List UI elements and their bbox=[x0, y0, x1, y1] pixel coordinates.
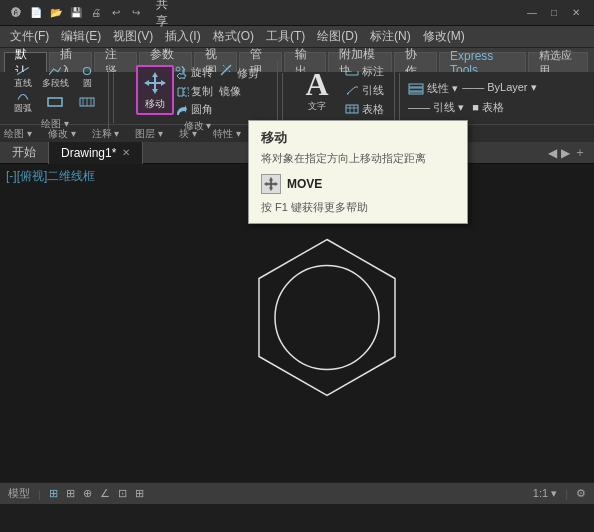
arc-tool[interactable]: 圆弧 bbox=[8, 91, 38, 115]
open-icon[interactable]: 📂 bbox=[48, 5, 64, 21]
mirror-tool[interactable]: 镜像 bbox=[219, 85, 241, 97]
status-separator2: | bbox=[565, 488, 568, 500]
rotate-tool[interactable]: 旋转 bbox=[191, 65, 213, 80]
status-grid[interactable]: ⊞ bbox=[49, 487, 58, 500]
tooltip-description: 将对象在指定方向上移动指定距离 bbox=[261, 151, 455, 166]
svg-rect-21 bbox=[409, 84, 423, 87]
status-ortho[interactable]: ⊕ bbox=[83, 487, 92, 500]
menu-dimension[interactable]: 标注(N) bbox=[364, 26, 417, 47]
tooltip-title: 移动 bbox=[261, 129, 455, 147]
undo-icon[interactable]: ↩ bbox=[108, 5, 124, 21]
svg-point-1 bbox=[83, 67, 90, 74]
svg-rect-23 bbox=[409, 92, 423, 94]
modify-label[interactable]: 修改 ▾ bbox=[184, 117, 212, 133]
print-icon[interactable]: 🖨 bbox=[88, 5, 104, 21]
svg-rect-22 bbox=[409, 88, 423, 91]
lineweight-tool[interactable]: —— 引线 ▾ bbox=[408, 100, 464, 115]
rect-tool[interactable] bbox=[40, 91, 70, 115]
redo-icon[interactable]: ↪ bbox=[128, 5, 144, 21]
app-icon: 🅐 bbox=[8, 5, 24, 21]
title-bar: 🅐 📄 📂 💾 🖨 ↩ ↪ 共享 — □ ✕ bbox=[0, 0, 594, 26]
status-bar: 模型 | ⊞ ⊞ ⊕ ∠ ⊡ ⊞ 1:1 ▾ | ⚙ bbox=[0, 482, 594, 504]
view-label[interactable]: [-][俯视]二维线框 bbox=[6, 168, 95, 185]
table-tool[interactable]: 表格 bbox=[343, 101, 386, 118]
tab-close-icon[interactable]: ✕ bbox=[122, 147, 130, 158]
menu-view[interactable]: 视图(V) bbox=[107, 26, 159, 47]
menu-draw[interactable]: 绘图(D) bbox=[311, 26, 364, 47]
status-settings[interactable]: ⚙ bbox=[576, 487, 586, 500]
draw-label[interactable]: 绘图 ▾ bbox=[41, 115, 69, 131]
tab-express-tools[interactable]: Express Tools bbox=[439, 52, 526, 72]
fillet-tool[interactable]: 圆角 bbox=[191, 102, 213, 117]
status-polar[interactable]: ∠ bbox=[100, 487, 110, 500]
copy-tool[interactable]: 复制 bbox=[191, 84, 213, 99]
menu-format[interactable]: 格式(O) bbox=[207, 26, 260, 47]
save-icon[interactable]: 💾 bbox=[68, 5, 84, 21]
svg-rect-2 bbox=[48, 98, 62, 106]
mirror-group: 镜像 bbox=[219, 84, 241, 99]
svg-text:↔: ↔ bbox=[348, 68, 353, 74]
menu-edit[interactable]: 编辑(E) bbox=[55, 26, 107, 47]
status-object-snap[interactable]: ⊡ bbox=[118, 487, 127, 500]
status-dynamic[interactable]: ⊞ bbox=[135, 487, 144, 500]
draw-tools: 直线 多段线 圆 圆弧 bbox=[8, 66, 102, 115]
minimize-button[interactable]: — bbox=[522, 4, 542, 22]
window-controls: — □ ✕ bbox=[522, 4, 586, 22]
status-separator1: | bbox=[38, 488, 41, 500]
tab-arrow-right[interactable]: ▶ bbox=[561, 146, 570, 160]
new-tab-button[interactable]: ＋ bbox=[574, 144, 586, 161]
status-zoom[interactable]: 1:1 ▾ bbox=[533, 487, 557, 500]
share-label[interactable]: 共享 bbox=[156, 5, 172, 21]
maximize-button[interactable]: □ bbox=[544, 4, 564, 22]
layer-tool[interactable]: 线性 ▾ bbox=[408, 81, 458, 96]
close-button[interactable]: ✕ bbox=[566, 4, 586, 22]
tab-arrow-left[interactable]: ◀ bbox=[548, 146, 557, 160]
color-tool[interactable]: ■ 表格 bbox=[472, 100, 504, 115]
line-tool[interactable]: 直线 bbox=[8, 66, 38, 90]
trim-group: 修剪 bbox=[219, 63, 258, 81]
move-command-icon bbox=[261, 174, 281, 194]
tab-featured[interactable]: 精选应用 bbox=[528, 52, 588, 72]
tooltip-command-row: MOVE bbox=[261, 174, 455, 194]
move-tool[interactable]: 移动 bbox=[136, 65, 174, 115]
new-icon[interactable]: 📄 bbox=[28, 5, 44, 21]
modify-tools: 移动 旋转 修剪 复制 镜像 bbox=[136, 63, 258, 117]
menu-modify[interactable]: 修改(M) bbox=[417, 26, 471, 47]
svg-line-8 bbox=[221, 65, 231, 75]
status-model[interactable]: 模型 bbox=[8, 486, 30, 501]
circle-tool[interactable]: 圆 bbox=[72, 66, 102, 90]
menu-tools[interactable]: 工具(T) bbox=[260, 26, 311, 47]
tooltip-command-text: MOVE bbox=[287, 177, 322, 191]
linetype-tool[interactable]: —— ByLayer ▾ bbox=[462, 81, 536, 96]
polyline-tool[interactable]: 多段线 bbox=[40, 66, 70, 90]
hatch-tool[interactable] bbox=[72, 91, 102, 115]
ribbon-content: 直线 多段线 圆 圆弧 bbox=[0, 72, 594, 124]
dimension-tool[interactable]: ↔ 标注 bbox=[343, 63, 386, 80]
hex-bolt-shape bbox=[227, 222, 427, 425]
menu-file[interactable]: 文件(F) bbox=[4, 26, 55, 47]
svg-line-0 bbox=[17, 67, 28, 74]
draw-group: 直线 多段线 圆 圆弧 bbox=[2, 64, 109, 133]
trim-tool[interactable]: 修剪 bbox=[237, 67, 259, 79]
text-tool[interactable]: A 文字 bbox=[295, 65, 339, 115]
status-snap[interactable]: ⊞ bbox=[66, 487, 75, 500]
tooltip-popup: 移动 将对象在指定方向上移动指定距离 MOVE 按 F1 键获得更多帮助 bbox=[248, 120, 468, 224]
leader-tool[interactable]: 引线 bbox=[343, 82, 386, 99]
tab-start[interactable]: 开始 bbox=[0, 142, 49, 164]
tooltip-help: 按 F1 键获得更多帮助 bbox=[261, 200, 455, 215]
tab-collaborate[interactable]: 协作 bbox=[394, 52, 437, 72]
tab-drawing1[interactable]: Drawing1* ✕ bbox=[49, 142, 143, 164]
svg-point-7 bbox=[176, 67, 180, 71]
svg-marker-24 bbox=[259, 240, 395, 396]
svg-point-25 bbox=[275, 266, 379, 370]
svg-rect-17 bbox=[346, 105, 358, 113]
title-icons: 🅐 📄 📂 💾 🖨 ↩ ↪ 共享 bbox=[8, 5, 172, 21]
